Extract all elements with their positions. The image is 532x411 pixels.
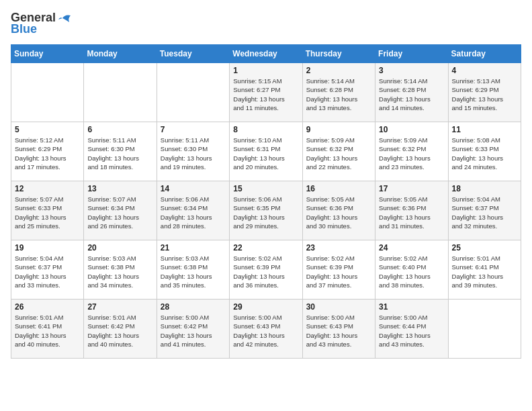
day-info: Sunrise: 5:10 AM Sunset: 6:31 PM Dayligh… [233,136,298,171]
calendar-week-row: 5Sunrise: 5:12 AM Sunset: 6:29 PM Daylig… [11,122,521,181]
day-info: Sunrise: 5:14 AM Sunset: 6:28 PM Dayligh… [306,77,371,112]
calendar-cell: 24Sunrise: 5:02 AM Sunset: 6:40 PM Dayli… [375,240,448,300]
weekday-header-thursday: Thursday [302,45,375,63]
calendar-cell: 8Sunrise: 5:10 AM Sunset: 6:31 PM Daylig… [230,122,302,181]
day-info: Sunrise: 5:09 AM Sunset: 6:32 PM Dayligh… [379,136,444,171]
day-number: 15 [233,184,298,193]
day-info: Sunrise: 5:00 AM Sunset: 6:44 PM Dayligh… [379,313,444,349]
day-info: Sunrise: 5:15 AM Sunset: 6:27 PM Dayligh… [233,77,298,112]
calendar-week-row: 12Sunrise: 5:07 AM Sunset: 6:33 PM Dayli… [11,181,521,240]
calendar-cell [84,63,157,122]
day-info: Sunrise: 5:09 AM Sunset: 6:32 PM Dayligh… [306,136,371,171]
calendar-cell [448,300,521,359]
calendar-week-row: 1Sunrise: 5:15 AM Sunset: 6:27 PM Daylig… [11,63,521,122]
day-info: Sunrise: 5:02 AM Sunset: 6:39 PM Dayligh… [306,254,371,289]
calendar-cell: 26Sunrise: 5:01 AM Sunset: 6:41 PM Dayli… [11,300,84,359]
day-number: 22 [233,243,298,253]
weekday-header-monday: Monday [84,45,157,63]
day-info: Sunrise: 5:06 AM Sunset: 6:35 PM Dayligh… [233,195,298,230]
calendar-cell: 23Sunrise: 5:02 AM Sunset: 6:39 PM Dayli… [302,240,375,300]
day-number: 4 [452,66,517,75]
weekday-header-wednesday: Wednesday [230,45,302,63]
calendar-cell: 29Sunrise: 5:00 AM Sunset: 6:43 PM Dayli… [230,300,302,359]
calendar-cell: 21Sunrise: 5:03 AM Sunset: 6:38 PM Dayli… [157,240,229,300]
day-number: 1 [233,66,298,75]
day-number: 9 [306,125,371,134]
calendar-cell: 11Sunrise: 5:08 AM Sunset: 6:33 PM Dayli… [448,122,521,181]
day-number: 12 [15,184,80,193]
calendar-cell: 3Sunrise: 5:14 AM Sunset: 6:28 PM Daylig… [375,63,448,122]
day-info: Sunrise: 5:01 AM Sunset: 6:41 PM Dayligh… [15,313,80,349]
day-info: Sunrise: 5:14 AM Sunset: 6:28 PM Dayligh… [379,77,444,112]
day-info: Sunrise: 5:00 AM Sunset: 6:43 PM Dayligh… [233,313,298,349]
calendar-table: SundayMondayTuesdayWednesdayThursdayFrid… [11,44,521,359]
day-number: 26 [15,302,80,312]
logo: General Blue [11,11,73,36]
calendar-cell: 17Sunrise: 5:05 AM Sunset: 6:36 PM Dayli… [375,181,448,240]
day-number: 16 [306,184,371,193]
weekday-header-sunday: Sunday [11,45,84,63]
calendar-cell: 4Sunrise: 5:13 AM Sunset: 6:29 PM Daylig… [448,63,521,122]
day-number: 29 [233,302,298,312]
calendar-cell: 22Sunrise: 5:02 AM Sunset: 6:39 PM Dayli… [230,240,302,300]
weekday-header-friday: Friday [375,45,448,63]
day-info: Sunrise: 5:02 AM Sunset: 6:40 PM Dayligh… [379,254,444,289]
day-number: 17 [379,184,444,193]
day-info: Sunrise: 5:00 AM Sunset: 6:43 PM Dayligh… [306,313,371,349]
day-info: Sunrise: 5:08 AM Sunset: 6:33 PM Dayligh… [452,136,517,171]
calendar-cell: 25Sunrise: 5:01 AM Sunset: 6:41 PM Dayli… [448,240,521,300]
day-number: 13 [87,184,152,193]
day-info: Sunrise: 5:01 AM Sunset: 6:42 PM Dayligh… [87,313,152,349]
day-info: Sunrise: 5:11 AM Sunset: 6:30 PM Dayligh… [161,136,226,171]
day-number: 28 [161,302,226,312]
day-info: Sunrise: 5:05 AM Sunset: 6:36 PM Dayligh… [306,195,371,230]
calendar-cell: 7Sunrise: 5:11 AM Sunset: 6:30 PM Daylig… [157,122,229,181]
day-info: Sunrise: 5:03 AM Sunset: 6:38 PM Dayligh… [161,254,226,289]
day-number: 30 [306,302,371,312]
day-info: Sunrise: 5:04 AM Sunset: 6:37 PM Dayligh… [15,254,80,289]
weekday-header-saturday: Saturday [448,45,521,63]
day-number: 23 [306,243,371,253]
day-number: 25 [452,243,517,253]
weekday-header-row: SundayMondayTuesdayWednesdayThursdayFrid… [11,45,521,63]
day-number: 6 [87,125,152,134]
day-number: 2 [306,66,371,75]
day-number: 20 [87,243,152,253]
calendar-cell: 13Sunrise: 5:07 AM Sunset: 6:34 PM Dayli… [84,181,157,240]
day-info: Sunrise: 5:02 AM Sunset: 6:39 PM Dayligh… [233,254,298,289]
day-info: Sunrise: 5:11 AM Sunset: 6:30 PM Dayligh… [87,136,152,171]
day-info: Sunrise: 5:05 AM Sunset: 6:36 PM Dayligh… [379,195,444,230]
calendar-cell: 18Sunrise: 5:04 AM Sunset: 6:37 PM Dayli… [448,181,521,240]
calendar-cell: 30Sunrise: 5:00 AM Sunset: 6:43 PM Dayli… [302,300,375,359]
day-info: Sunrise: 5:12 AM Sunset: 6:29 PM Dayligh… [15,136,80,171]
day-number: 19 [15,243,80,253]
day-number: 11 [452,125,517,134]
day-info: Sunrise: 5:03 AM Sunset: 6:38 PM Dayligh… [87,254,152,289]
calendar-cell: 27Sunrise: 5:01 AM Sunset: 6:42 PM Dayli… [84,300,157,359]
calendar-cell: 12Sunrise: 5:07 AM Sunset: 6:33 PM Dayli… [11,181,84,240]
day-number: 24 [379,243,444,253]
day-number: 5 [15,125,80,134]
calendar-cell: 28Sunrise: 5:00 AM Sunset: 6:42 PM Dayli… [157,300,229,359]
calendar-cell: 5Sunrise: 5:12 AM Sunset: 6:29 PM Daylig… [11,122,84,181]
weekday-header-tuesday: Tuesday [157,45,229,63]
calendar-cell: 6Sunrise: 5:11 AM Sunset: 6:30 PM Daylig… [84,122,157,181]
day-info: Sunrise: 5:13 AM Sunset: 6:29 PM Dayligh… [452,77,517,112]
day-number: 21 [161,243,226,253]
day-info: Sunrise: 5:07 AM Sunset: 6:33 PM Dayligh… [15,195,80,230]
calendar-week-row: 26Sunrise: 5:01 AM Sunset: 6:41 PM Dayli… [11,300,521,359]
day-number: 31 [379,302,444,312]
calendar-cell: 20Sunrise: 5:03 AM Sunset: 6:38 PM Dayli… [84,240,157,300]
logo-blue: Blue [11,22,37,36]
calendar-cell: 15Sunrise: 5:06 AM Sunset: 6:35 PM Dayli… [230,181,302,240]
calendar-week-row: 19Sunrise: 5:04 AM Sunset: 6:37 PM Dayli… [11,240,521,300]
calendar-cell [157,63,229,122]
calendar-cell: 19Sunrise: 5:04 AM Sunset: 6:37 PM Dayli… [11,240,84,300]
day-number: 10 [379,125,444,134]
calendar-cell [11,63,84,122]
calendar-cell: 9Sunrise: 5:09 AM Sunset: 6:32 PM Daylig… [302,122,375,181]
day-number: 18 [452,184,517,193]
page-header: General Blue [11,11,521,36]
calendar-cell: 1Sunrise: 5:15 AM Sunset: 6:27 PM Daylig… [230,63,302,122]
day-info: Sunrise: 5:01 AM Sunset: 6:41 PM Dayligh… [452,254,517,289]
